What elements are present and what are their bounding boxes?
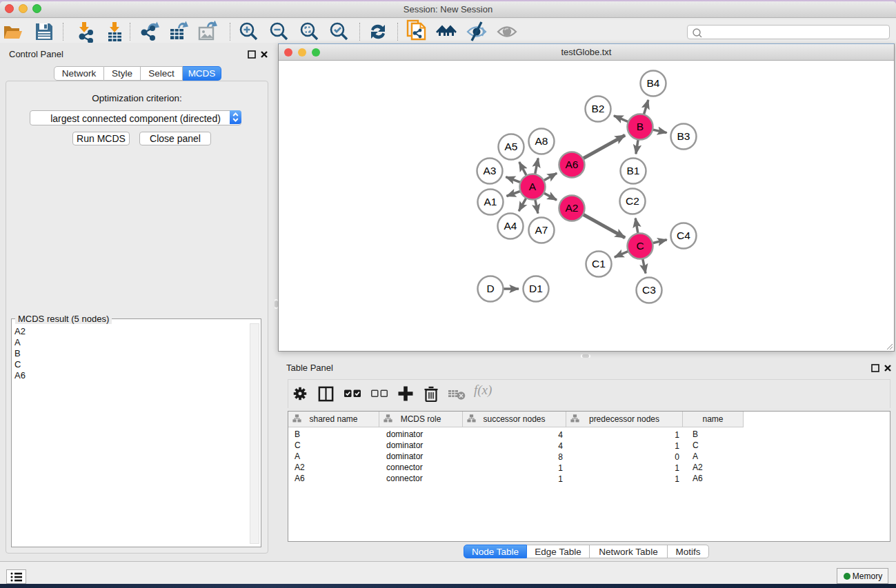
svg-text:B2: B2 (592, 103, 605, 114)
svg-text:A2: A2 (566, 202, 579, 214)
svg-text:B4: B4 (647, 77, 660, 89)
svg-text:C3: C3 (642, 284, 656, 296)
svg-text:C1: C1 (592, 258, 606, 270)
svg-text:C: C (636, 240, 644, 252)
svg-text:B1: B1 (627, 165, 640, 176)
svg-text:C2: C2 (626, 195, 639, 207)
svg-text:B: B (637, 121, 644, 132)
svg-text:A7: A7 (535, 224, 548, 236)
svg-text:A6: A6 (566, 159, 579, 170)
svg-text:A4: A4 (504, 220, 517, 232)
svg-text:C4: C4 (677, 230, 690, 241)
svg-text:D1: D1 (529, 283, 543, 294)
svg-text:D: D (486, 283, 494, 294)
svg-text:A: A (529, 181, 537, 192)
svg-text:A3: A3 (484, 165, 497, 176)
svg-text:A8: A8 (535, 135, 548, 147)
svg-text:A5: A5 (505, 141, 518, 152)
svg-text:A1: A1 (484, 196, 497, 207)
svg-text:B3: B3 (677, 130, 690, 142)
